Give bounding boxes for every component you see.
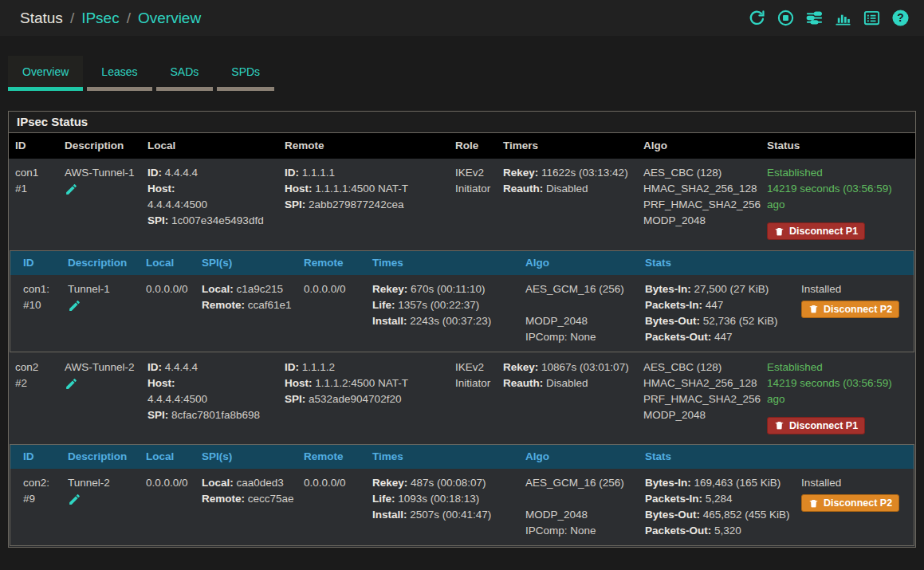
p2-algo-cell: AES_GCM_16 (256) MODP_2048 IPComp: None xyxy=(519,469,639,545)
p2-table-con1: ID Description Local SPI(s) Remote Times… xyxy=(10,250,914,352)
tab-overview[interactable]: Overview xyxy=(8,56,83,91)
p2-description-cell: Tunnel-2 xyxy=(61,469,140,545)
p2-header-actions xyxy=(795,445,914,469)
p2-status-cell: Installed Disconnect P2 xyxy=(795,469,914,545)
p1-row-con1: con1 #1 AWS-Tunnel-1 ID: 4.4.4.4 Host: 4… xyxy=(9,159,915,248)
p2-stats-cell: Bytes-In: 169,463 (165 KiB) Packets-In: … xyxy=(639,469,795,545)
p2-table-con2: ID Description Local SPI(s) Remote Times… xyxy=(10,444,914,546)
p2-header-remote: Remote xyxy=(297,445,366,469)
tab-spds[interactable]: SPDs xyxy=(217,56,274,91)
p1-header-status: Status xyxy=(761,133,915,159)
bar-chart-icon[interactable] xyxy=(834,9,852,27)
disconnect-p2-button[interactable]: Disconnect P2 xyxy=(801,494,899,512)
p2-header-local: Local xyxy=(140,251,195,275)
p2-header-description: Description xyxy=(61,445,140,469)
p2-table-header: ID Description Local SPI(s) Remote Times… xyxy=(10,251,914,275)
p1-header-remote: Remote xyxy=(278,133,449,159)
p1-role-cell: IKEv2 Initiator xyxy=(449,159,497,248)
p2-table-header: ID Description Local SPI(s) Remote Times… xyxy=(10,445,914,469)
p2-algo-cell: AES_GCM_16 (256) MODP_2048 IPComp: None xyxy=(519,275,639,352)
p2-local-cell: 0.0.0.0/0 xyxy=(140,469,195,545)
p1-description-cell: AWS-Tunnel-1 xyxy=(58,159,141,248)
p1-status-text: Established xyxy=(767,165,909,181)
toolbar-icons xyxy=(748,9,910,27)
breadcrumb-link-overview[interactable]: Overview xyxy=(138,10,201,27)
p1-timers-cell: Rekey: 11622s (03:13:42) Reauth: Disable… xyxy=(497,159,637,248)
stop-refresh-icon[interactable] xyxy=(777,9,795,27)
p1-description: AWS-Tunnel-1 xyxy=(65,165,135,181)
p2-description: Tunnel-1 xyxy=(68,281,133,297)
breadcrumb-separator: / xyxy=(127,10,131,27)
p1-header-id: ID xyxy=(9,133,58,159)
p1-id-cell: con2 #2 xyxy=(9,353,58,442)
top-bar: Status / IPsec / Overview xyxy=(0,0,924,36)
p2-spi-cell: Local: caa0ded3 Remote: cecc75ae xyxy=(195,469,297,545)
edit-pencil-icon[interactable] xyxy=(65,377,78,391)
p2-local-cell: 0.0.0.0/0 xyxy=(140,275,195,352)
p1-header-algo: Algo xyxy=(637,133,761,159)
p2-remote-cell: 0.0.0.0/0 xyxy=(297,469,366,545)
p2-status-text: Installed xyxy=(801,475,907,491)
disconnect-p1-button[interactable]: Disconnect P1 xyxy=(767,417,865,434)
p1-description: AWS-Tunnel-2 xyxy=(65,360,135,375)
p2-status-text: Installed xyxy=(801,281,907,297)
breadcrumb: Status / IPsec / Overview xyxy=(20,10,201,27)
p2-header-id: ID xyxy=(10,445,61,469)
p2-description-cell: Tunnel-1 xyxy=(61,275,140,352)
panel-title: IPsec Status xyxy=(9,112,915,133)
p1-remote-cell: ID: 1.1.1.1 Host: 1.1.1.1:4500 NAT-T SPI… xyxy=(278,159,449,248)
p2-header-stats: Stats xyxy=(639,445,795,469)
help-icon[interactable] xyxy=(891,9,910,27)
p2-header-remote: Remote xyxy=(297,251,366,275)
p2-times-cell: Rekey: 487s (00:08:07) Life: 1093s (00:1… xyxy=(366,469,519,545)
p2-header-spis: SPI(s) xyxy=(195,251,297,275)
disconnect-p1-button[interactable]: Disconnect P1 xyxy=(767,222,865,240)
p2-spi-cell: Local: c1a9c215 Remote: ccaf61e1 xyxy=(195,275,297,352)
tab-bar: Overview Leases SADs SPDs xyxy=(8,56,924,91)
p2-header-id: ID xyxy=(10,251,61,275)
log-list-icon[interactable] xyxy=(863,9,881,27)
p2-header-times: Times xyxy=(366,445,519,469)
p1-id-cell: con1 #1 xyxy=(9,159,58,248)
p1-status-text: Established xyxy=(767,360,909,375)
p2-header-algo: Algo xyxy=(519,251,639,275)
trash-icon xyxy=(808,498,819,509)
breadcrumb-link-ipsec[interactable]: IPsec xyxy=(81,10,120,27)
p1-local-cell: ID: 4.4.4.4 Host: 4.4.4.4:4500 SPI: 1c00… xyxy=(141,159,278,248)
edit-pencil-icon[interactable] xyxy=(65,183,78,196)
trash-icon xyxy=(774,226,784,237)
trash-icon xyxy=(774,420,784,430)
refresh-icon[interactable] xyxy=(748,9,766,27)
p2-stats-cell: Bytes-In: 27,500 (27 KiB) Packets-In: 44… xyxy=(639,275,795,352)
p1-status-age: 14219 seconds (03:56:59) ago xyxy=(767,375,909,407)
p1-algo-cell: AES_CBC (128) HMAC_SHA2_256_128 PRF_HMAC… xyxy=(637,159,761,248)
p2-status-cell: Installed Disconnect P2 xyxy=(795,275,914,352)
p1-header-role: Role xyxy=(449,133,497,159)
p2-header-description: Description xyxy=(61,251,140,275)
p2-row-con2-9: con2: #9 Tunnel-2 0.0.0.0/0 Local: caa0d… xyxy=(10,469,914,545)
p1-header-local: Local xyxy=(141,133,278,159)
ipsec-status-panel: IPsec Status ID Description Local Remote… xyxy=(8,111,916,548)
breadcrumb-section: Status xyxy=(20,10,63,27)
p1-header-timers: Timers xyxy=(497,133,637,159)
p2-times-cell: Rekey: 670s (00:11:10) Life: 1357s (00:2… xyxy=(366,275,519,352)
p1-status-cell: Established 14219 seconds (03:56:59) ago… xyxy=(761,353,915,442)
edit-pencil-icon[interactable] xyxy=(68,299,81,313)
p2-header-spis: SPI(s) xyxy=(195,445,297,469)
breadcrumb-separator: / xyxy=(70,10,74,27)
p1-table-header: ID Description Local Remote Role Timers … xyxy=(9,133,915,159)
p2-row-con1-10: con1: #10 Tunnel-1 0.0.0.0/0 Local: c1a9… xyxy=(10,275,914,352)
tab-leases[interactable]: Leases xyxy=(87,56,151,91)
p1-timers-cell: Rekey: 10867s (03:01:07) Reauth: Disable… xyxy=(497,353,637,442)
p1-header-description: Description xyxy=(58,133,141,159)
p2-header-stats: Stats xyxy=(639,251,795,275)
edit-pencil-icon[interactable] xyxy=(68,493,81,506)
tab-sads[interactable]: SADs xyxy=(156,56,214,91)
p2-description: Tunnel-2 xyxy=(68,475,133,491)
p1-algo-cell: AES_CBC (128) HMAC_SHA2_256_128 PRF_HMAC… xyxy=(637,353,761,442)
p2-header-actions xyxy=(795,251,914,275)
sliders-icon[interactable] xyxy=(805,9,824,27)
p1-status-cell: Established 14219 seconds (03:56:59) ago… xyxy=(761,159,915,248)
p2-id-cell: con2: #9 xyxy=(10,469,61,545)
disconnect-p2-button[interactable]: Disconnect P2 xyxy=(801,301,899,318)
